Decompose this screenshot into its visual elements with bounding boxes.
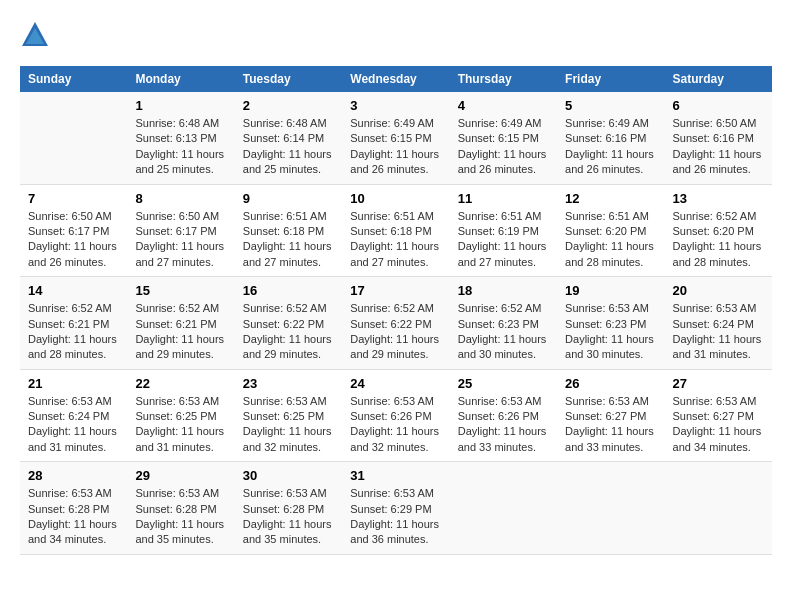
day-number: 6 — [673, 98, 764, 113]
day-number: 18 — [458, 283, 549, 298]
calendar-cell: 28Sunrise: 6:53 AMSunset: 6:28 PMDayligh… — [20, 462, 127, 555]
day-info: Sunrise: 6:51 AMSunset: 6:18 PMDaylight:… — [350, 209, 441, 271]
day-info: Sunrise: 6:51 AMSunset: 6:18 PMDaylight:… — [243, 209, 334, 271]
calendar-cell: 23Sunrise: 6:53 AMSunset: 6:25 PMDayligh… — [235, 369, 342, 462]
day-info: Sunrise: 6:50 AMSunset: 6:17 PMDaylight:… — [135, 209, 226, 271]
day-number: 1 — [135, 98, 226, 113]
day-number: 31 — [350, 468, 441, 483]
day-number: 19 — [565, 283, 656, 298]
day-number: 23 — [243, 376, 334, 391]
day-info: Sunrise: 6:51 AMSunset: 6:19 PMDaylight:… — [458, 209, 549, 271]
day-number: 22 — [135, 376, 226, 391]
day-number: 9 — [243, 191, 334, 206]
day-info: Sunrise: 6:53 AMSunset: 6:28 PMDaylight:… — [28, 486, 119, 548]
calendar-cell: 27Sunrise: 6:53 AMSunset: 6:27 PMDayligh… — [665, 369, 772, 462]
day-number: 16 — [243, 283, 334, 298]
calendar-cell: 31Sunrise: 6:53 AMSunset: 6:29 PMDayligh… — [342, 462, 449, 555]
day-info: Sunrise: 6:52 AMSunset: 6:22 PMDaylight:… — [350, 301, 441, 363]
calendar-cell: 2Sunrise: 6:48 AMSunset: 6:14 PMDaylight… — [235, 92, 342, 184]
day-info: Sunrise: 6:49 AMSunset: 6:16 PMDaylight:… — [565, 116, 656, 178]
header-day-tuesday: Tuesday — [235, 66, 342, 92]
calendar-cell: 14Sunrise: 6:52 AMSunset: 6:21 PMDayligh… — [20, 277, 127, 370]
calendar-cell — [665, 462, 772, 555]
calendar-cell: 24Sunrise: 6:53 AMSunset: 6:26 PMDayligh… — [342, 369, 449, 462]
day-info: Sunrise: 6:51 AMSunset: 6:20 PMDaylight:… — [565, 209, 656, 271]
page-header — [20, 20, 772, 50]
calendar-cell: 7Sunrise: 6:50 AMSunset: 6:17 PMDaylight… — [20, 184, 127, 277]
calendar-cell: 17Sunrise: 6:52 AMSunset: 6:22 PMDayligh… — [342, 277, 449, 370]
header-day-saturday: Saturday — [665, 66, 772, 92]
calendar-cell: 8Sunrise: 6:50 AMSunset: 6:17 PMDaylight… — [127, 184, 234, 277]
day-number: 14 — [28, 283, 119, 298]
calendar-cell: 25Sunrise: 6:53 AMSunset: 6:26 PMDayligh… — [450, 369, 557, 462]
calendar-cell: 12Sunrise: 6:51 AMSunset: 6:20 PMDayligh… — [557, 184, 664, 277]
calendar-cell — [20, 92, 127, 184]
calendar-cell: 16Sunrise: 6:52 AMSunset: 6:22 PMDayligh… — [235, 277, 342, 370]
day-number: 25 — [458, 376, 549, 391]
day-number: 28 — [28, 468, 119, 483]
calendar-cell: 21Sunrise: 6:53 AMSunset: 6:24 PMDayligh… — [20, 369, 127, 462]
day-info: Sunrise: 6:53 AMSunset: 6:24 PMDaylight:… — [28, 394, 119, 456]
day-info: Sunrise: 6:49 AMSunset: 6:15 PMDaylight:… — [350, 116, 441, 178]
calendar-cell: 13Sunrise: 6:52 AMSunset: 6:20 PMDayligh… — [665, 184, 772, 277]
calendar-cell: 15Sunrise: 6:52 AMSunset: 6:21 PMDayligh… — [127, 277, 234, 370]
calendar-cell: 9Sunrise: 6:51 AMSunset: 6:18 PMDaylight… — [235, 184, 342, 277]
day-number: 13 — [673, 191, 764, 206]
header-day-sunday: Sunday — [20, 66, 127, 92]
day-number: 7 — [28, 191, 119, 206]
day-number: 2 — [243, 98, 334, 113]
calendar-cell: 26Sunrise: 6:53 AMSunset: 6:27 PMDayligh… — [557, 369, 664, 462]
logo-icon — [20, 20, 50, 50]
day-number: 26 — [565, 376, 656, 391]
calendar-cell — [557, 462, 664, 555]
day-info: Sunrise: 6:52 AMSunset: 6:22 PMDaylight:… — [243, 301, 334, 363]
day-number: 10 — [350, 191, 441, 206]
day-info: Sunrise: 6:53 AMSunset: 6:27 PMDaylight:… — [565, 394, 656, 456]
logo — [20, 20, 52, 50]
calendar-cell: 10Sunrise: 6:51 AMSunset: 6:18 PMDayligh… — [342, 184, 449, 277]
calendar-cell: 22Sunrise: 6:53 AMSunset: 6:25 PMDayligh… — [127, 369, 234, 462]
day-number: 29 — [135, 468, 226, 483]
day-info: Sunrise: 6:53 AMSunset: 6:26 PMDaylight:… — [458, 394, 549, 456]
day-number: 3 — [350, 98, 441, 113]
day-info: Sunrise: 6:52 AMSunset: 6:20 PMDaylight:… — [673, 209, 764, 271]
calendar-week-4: 21Sunrise: 6:53 AMSunset: 6:24 PMDayligh… — [20, 369, 772, 462]
calendar-cell: 19Sunrise: 6:53 AMSunset: 6:23 PMDayligh… — [557, 277, 664, 370]
day-info: Sunrise: 6:53 AMSunset: 6:25 PMDaylight:… — [243, 394, 334, 456]
header-row: SundayMondayTuesdayWednesdayThursdayFrid… — [20, 66, 772, 92]
calendar-cell: 20Sunrise: 6:53 AMSunset: 6:24 PMDayligh… — [665, 277, 772, 370]
calendar-body: 1Sunrise: 6:48 AMSunset: 6:13 PMDaylight… — [20, 92, 772, 554]
calendar-cell: 3Sunrise: 6:49 AMSunset: 6:15 PMDaylight… — [342, 92, 449, 184]
day-info: Sunrise: 6:53 AMSunset: 6:26 PMDaylight:… — [350, 394, 441, 456]
calendar-week-5: 28Sunrise: 6:53 AMSunset: 6:28 PMDayligh… — [20, 462, 772, 555]
day-number: 20 — [673, 283, 764, 298]
calendar-cell: 18Sunrise: 6:52 AMSunset: 6:23 PMDayligh… — [450, 277, 557, 370]
calendar-cell: 29Sunrise: 6:53 AMSunset: 6:28 PMDayligh… — [127, 462, 234, 555]
day-info: Sunrise: 6:48 AMSunset: 6:13 PMDaylight:… — [135, 116, 226, 178]
day-info: Sunrise: 6:53 AMSunset: 6:29 PMDaylight:… — [350, 486, 441, 548]
calendar-cell: 4Sunrise: 6:49 AMSunset: 6:15 PMDaylight… — [450, 92, 557, 184]
day-info: Sunrise: 6:52 AMSunset: 6:21 PMDaylight:… — [28, 301, 119, 363]
calendar-cell: 5Sunrise: 6:49 AMSunset: 6:16 PMDaylight… — [557, 92, 664, 184]
day-number: 11 — [458, 191, 549, 206]
day-number: 8 — [135, 191, 226, 206]
calendar-week-1: 1Sunrise: 6:48 AMSunset: 6:13 PMDaylight… — [20, 92, 772, 184]
day-info: Sunrise: 6:53 AMSunset: 6:28 PMDaylight:… — [135, 486, 226, 548]
day-number: 15 — [135, 283, 226, 298]
day-number: 5 — [565, 98, 656, 113]
header-day-wednesday: Wednesday — [342, 66, 449, 92]
calendar-header: SundayMondayTuesdayWednesdayThursdayFrid… — [20, 66, 772, 92]
day-number: 24 — [350, 376, 441, 391]
header-day-monday: Monday — [127, 66, 234, 92]
calendar-cell: 11Sunrise: 6:51 AMSunset: 6:19 PMDayligh… — [450, 184, 557, 277]
day-info: Sunrise: 6:53 AMSunset: 6:28 PMDaylight:… — [243, 486, 334, 548]
day-info: Sunrise: 6:52 AMSunset: 6:21 PMDaylight:… — [135, 301, 226, 363]
day-info: Sunrise: 6:50 AMSunset: 6:17 PMDaylight:… — [28, 209, 119, 271]
header-day-thursday: Thursday — [450, 66, 557, 92]
calendar-cell: 1Sunrise: 6:48 AMSunset: 6:13 PMDaylight… — [127, 92, 234, 184]
calendar-week-2: 7Sunrise: 6:50 AMSunset: 6:17 PMDaylight… — [20, 184, 772, 277]
calendar-cell — [450, 462, 557, 555]
day-number: 30 — [243, 468, 334, 483]
calendar-cell: 6Sunrise: 6:50 AMSunset: 6:16 PMDaylight… — [665, 92, 772, 184]
day-info: Sunrise: 6:52 AMSunset: 6:23 PMDaylight:… — [458, 301, 549, 363]
